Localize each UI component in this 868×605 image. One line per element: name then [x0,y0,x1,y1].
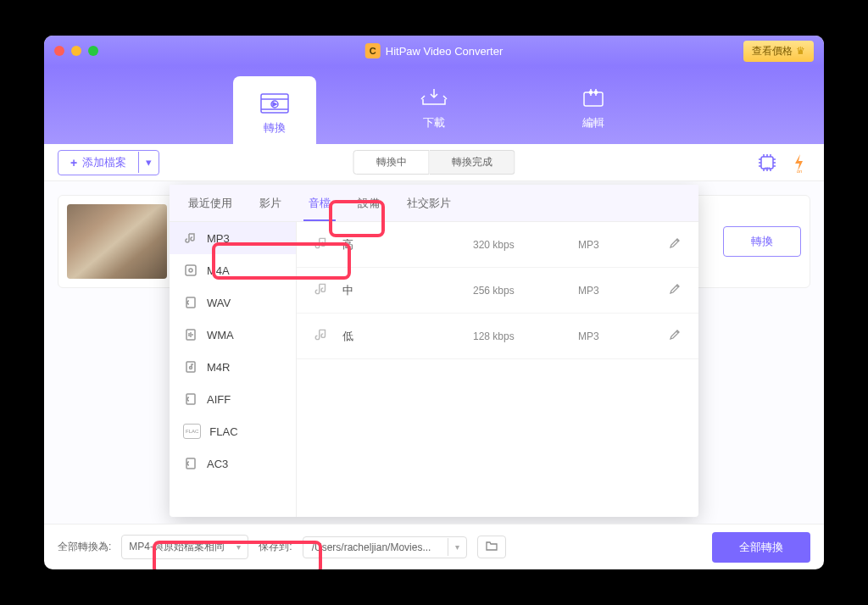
output-format-value: MP4-與原始檔案相同 [129,540,225,554]
tab-edit[interactable]: 編輯 [552,66,635,144]
app-title: C HitPaw Video Converter [365,43,504,58]
format-item-wav[interactable]: WAV [170,286,296,319]
app-title-text: HitPaw Video Converter [386,45,504,58]
crown-icon: ♛ [796,45,805,57]
quality-bitrate: 128 kbps [473,330,566,342]
tab-download-label: 下載 [423,115,445,130]
format-label: AIFF [207,393,231,406]
tab-video[interactable]: 影片 [254,186,287,221]
quality-row-high[interactable]: 高 320 kbps MP3 [297,222,698,268]
segment-converting[interactable]: 轉換中 [353,150,430,175]
quality-bitrate: 256 kbps [473,285,566,297]
video-thumbnail [67,204,167,279]
add-file-button[interactable]: + 添加檔案 [58,151,138,175]
traffic-lights [54,46,98,56]
add-file-label: 添加檔案 [82,155,126,170]
audio-file-icon [183,263,198,278]
convert-button[interactable]: 轉換 [723,226,801,257]
quality-name: 中 [342,283,461,298]
save-path-dropdown[interactable]: ▾ [448,538,466,556]
format-label: M4A [207,264,230,277]
svg-point-5 [590,92,593,94]
audio-file-icon [183,295,198,310]
edit-icon[interactable] [668,236,682,253]
quality-name: 低 [342,329,461,344]
svg-rect-4 [584,92,603,106]
view-price-button[interactable]: 查看價格 ♛ [743,41,814,62]
format-item-wma[interactable]: WMA [170,319,296,351]
quality-format: MP3 [578,285,646,297]
tab-device[interactable]: 設備 [353,186,385,221]
add-file-dropdown[interactable]: ▾ [138,152,159,173]
format-popup: 最近使用 影片 音檔 設備 社交影片 MP3 M4A [170,185,698,517]
format-item-flac[interactable]: FLAC FLAC [170,415,296,447]
minimize-window-button[interactable] [71,46,81,56]
tab-audio[interactable]: 音檔 [303,186,336,221]
svg-rect-10 [186,265,196,275]
tab-social[interactable]: 社交影片 [402,186,456,221]
tab-recent[interactable]: 最近使用 [183,186,237,221]
chevron-down-icon: ▾ [236,542,241,552]
bottom-bar: 全部轉換為: MP4-與原始檔案相同 ▾ 保存到: /Users/rachelj… [44,524,824,569]
close-window-button[interactable] [54,46,64,56]
price-button-label: 查看價格 [752,44,793,58]
save-path-value: /Users/racheljian/Movies... [303,537,448,558]
maximize-window-button[interactable] [88,46,98,56]
hardware-accel-icon[interactable]: on [756,152,778,174]
plus-icon: + [70,156,77,169]
app-window: C HitPaw Video Converter 查看價格 ♛ 轉換 下載 編輯 [44,36,824,569]
tab-download[interactable]: 下載 [392,66,476,144]
flac-badge-icon: FLAC [183,424,201,439]
status-segment: 轉換中 轉換完成 [353,150,515,175]
edit-icon[interactable] [668,282,682,298]
svg-text:on: on [797,169,803,173]
audio-file-icon [183,456,198,471]
lightning-icon[interactable]: on [788,152,810,174]
format-label: AC3 [207,458,228,470]
svg-text:on: on [765,165,771,170]
format-category-tabs: 最近使用 影片 音檔 設備 社交影片 [170,185,698,222]
quality-row-low[interactable]: 低 128 kbps MP3 [297,314,698,359]
svg-point-6 [595,92,598,94]
add-file-button-group: + 添加檔案 ▾ [58,150,159,175]
download-icon [418,86,450,110]
music-note-icon [314,281,331,299]
format-item-m4r[interactable]: M4R [170,351,296,383]
toolbar-right-icons: on on [756,152,810,174]
tab-convert-label: 轉換 [264,120,286,136]
format-label: WMA [207,329,234,341]
tab-edit-label: 編輯 [582,115,604,130]
content-area: 轉換 最近使用 影片 音檔 設備 社交影片 MP3 M4A [44,181,824,524]
quality-format: MP3 [578,330,646,342]
save-path-group: /Users/racheljian/Movies... ▾ [303,536,467,558]
svg-point-11 [189,269,192,272]
convert-icon [259,92,291,115]
convert-all-label: 全部轉換為: [58,540,111,554]
app-logo-icon: C [365,43,381,58]
quality-list: 高 320 kbps MP3 中 256 kbps MP3 低 [297,222,698,517]
music-note-icon [314,327,331,345]
audio-file-icon [183,327,198,342]
format-label: MP3 [207,232,230,245]
chevron-down-icon: ▾ [146,156,152,169]
format-item-aiff[interactable]: AIFF [170,383,296,415]
format-popup-body: MP3 M4A WAV WMA [170,222,698,517]
tab-convert[interactable]: 轉換 [233,76,316,144]
segment-converted[interactable]: 轉換完成 [430,150,515,175]
quality-row-medium[interactable]: 中 256 kbps MP3 [297,268,698,314]
format-item-m4a[interactable]: M4A [170,254,296,286]
output-format-select[interactable]: MP4-與原始檔案相同 ▾ [121,535,248,559]
format-label: WAV [207,297,231,309]
format-list: MP3 M4A WAV WMA [170,222,297,517]
save-to-label: 保存到: [259,540,292,554]
convert-all-button[interactable]: 全部轉換 [712,532,810,563]
format-item-ac3[interactable]: AC3 [170,447,296,480]
music-note-icon [183,230,198,246]
format-label: FLAC [209,425,237,438]
format-item-mp3[interactable]: MP3 [170,222,296,254]
edit-icon[interactable] [668,328,682,344]
quality-format: MP3 [578,239,646,251]
open-folder-button[interactable] [477,536,506,558]
titlebar: C HitPaw Video Converter 查看價格 ♛ [44,36,824,66]
main-tab-bar: 轉換 下載 編輯 [44,66,824,144]
